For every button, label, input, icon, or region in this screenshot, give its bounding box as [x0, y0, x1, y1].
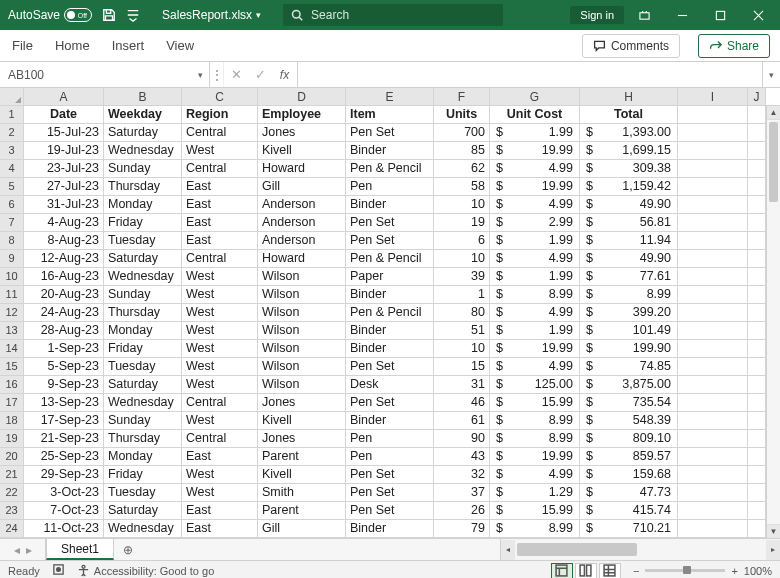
row-header[interactable]: 4 [0, 160, 24, 178]
cell[interactable]: 25-Sep-23 [24, 448, 104, 466]
cell[interactable]: West [182, 142, 258, 160]
cell[interactable] [678, 286, 748, 304]
row-header[interactable]: 9 [0, 250, 24, 268]
cell[interactable] [678, 106, 748, 124]
ribbon-options-button[interactable] [626, 0, 662, 30]
cell[interactable]: $19.99 [490, 448, 580, 466]
scroll-right-button[interactable]: ▸ [766, 540, 780, 560]
cell[interactable]: 31-Jul-23 [24, 196, 104, 214]
cell[interactable]: Binder [346, 340, 434, 358]
cell[interactable]: West [182, 322, 258, 340]
row-header[interactable]: 22 [0, 484, 24, 502]
zoom-level[interactable]: 100% [744, 565, 772, 577]
cell[interactable]: West [182, 340, 258, 358]
cell[interactable] [748, 430, 766, 448]
cell[interactable]: Saturday [104, 502, 182, 520]
cell[interactable]: Saturday [104, 124, 182, 142]
row-header[interactable]: 8 [0, 232, 24, 250]
cell[interactable]: 29-Sep-23 [24, 466, 104, 484]
cell[interactable]: $19.99 [490, 340, 580, 358]
filename[interactable]: SalesReport.xlsx ▾ [162, 8, 261, 22]
cell[interactable]: 17-Sep-23 [24, 412, 104, 430]
cell[interactable] [678, 232, 748, 250]
column-header-I[interactable]: I [678, 88, 748, 105]
search-input[interactable]: Search [283, 4, 503, 26]
cell[interactable]: Howard [258, 160, 346, 178]
cell[interactable]: Binder [346, 322, 434, 340]
row-header[interactable]: 2 [0, 124, 24, 142]
cell[interactable]: Weekday [104, 106, 182, 124]
cell[interactable]: East [182, 520, 258, 538]
cell[interactable]: $2.99 [490, 214, 580, 232]
tab-insert[interactable]: Insert [110, 34, 147, 57]
cell[interactable]: $1,393.00 [580, 124, 678, 142]
cell[interactable]: Friday [104, 466, 182, 484]
cell[interactable]: 10 [434, 196, 490, 214]
cell[interactable]: Parent [258, 448, 346, 466]
cell[interactable] [678, 250, 748, 268]
expand-formula-bar[interactable]: ▾ [762, 62, 780, 87]
cell[interactable]: Wilson [258, 322, 346, 340]
cell[interactable]: 85 [434, 142, 490, 160]
cell[interactable]: East [182, 178, 258, 196]
autosave-toggle[interactable]: AutoSave Off [8, 8, 92, 22]
cell[interactable] [748, 466, 766, 484]
zoom-out-button[interactable]: − [633, 565, 639, 577]
cell[interactable]: West [182, 376, 258, 394]
normal-view-button[interactable] [551, 563, 573, 579]
cell[interactable] [748, 160, 766, 178]
cell[interactable] [748, 520, 766, 538]
cell[interactable]: 5-Sep-23 [24, 358, 104, 376]
cell[interactable]: Central [182, 124, 258, 142]
cell[interactable]: $125.00 [490, 376, 580, 394]
cell[interactable]: 31 [434, 376, 490, 394]
cell[interactable]: $1.29 [490, 484, 580, 502]
cell[interactable]: Kivell [258, 142, 346, 160]
signin-button[interactable]: Sign in [570, 6, 624, 24]
cell[interactable]: $15.99 [490, 394, 580, 412]
cell[interactable]: Desk [346, 376, 434, 394]
cell[interactable]: $4.99 [490, 196, 580, 214]
cell[interactable]: 15-Jul-23 [24, 124, 104, 142]
comments-button[interactable]: Comments [582, 34, 680, 58]
cell[interactable]: $47.73 [580, 484, 678, 502]
cell[interactable] [748, 376, 766, 394]
cell[interactable] [678, 448, 748, 466]
cell[interactable] [678, 268, 748, 286]
row-header[interactable]: 12 [0, 304, 24, 322]
cell[interactable]: Saturday [104, 376, 182, 394]
fx-button[interactable]: fx [272, 62, 298, 87]
cell[interactable] [748, 214, 766, 232]
cell[interactable]: 62 [434, 160, 490, 178]
cell[interactable]: 21-Sep-23 [24, 430, 104, 448]
cell[interactable]: Date [24, 106, 104, 124]
cell[interactable]: Anderson [258, 232, 346, 250]
row-header[interactable]: 21 [0, 466, 24, 484]
cell[interactable]: 700 [434, 124, 490, 142]
cell[interactable]: $4.99 [490, 304, 580, 322]
cell[interactable]: 58 [434, 178, 490, 196]
cell[interactable]: $19.99 [490, 142, 580, 160]
cell[interactable]: Kivell [258, 466, 346, 484]
cell[interactable]: West [182, 358, 258, 376]
cell[interactable]: Region [182, 106, 258, 124]
cell[interactable]: 20-Aug-23 [24, 286, 104, 304]
cell[interactable] [748, 394, 766, 412]
add-sheet-button[interactable]: ⊕ [114, 539, 142, 560]
cell[interactable]: 90 [434, 430, 490, 448]
cell[interactable]: East [182, 448, 258, 466]
cell[interactable]: 1 [434, 286, 490, 304]
cell[interactable]: Binder [346, 520, 434, 538]
cell[interactable]: Sunday [104, 160, 182, 178]
cell[interactable]: $49.90 [580, 196, 678, 214]
cell[interactable]: $8.99 [490, 286, 580, 304]
cell[interactable] [748, 448, 766, 466]
cell[interactable]: West [182, 484, 258, 502]
cell[interactable]: Wilson [258, 286, 346, 304]
cancel-formula-button[interactable]: ✕ [224, 62, 248, 87]
cell[interactable]: Wilson [258, 358, 346, 376]
cell[interactable]: $74.85 [580, 358, 678, 376]
cell[interactable]: Tuesday [104, 358, 182, 376]
cell[interactable] [678, 214, 748, 232]
cell[interactable]: $1.99 [490, 268, 580, 286]
